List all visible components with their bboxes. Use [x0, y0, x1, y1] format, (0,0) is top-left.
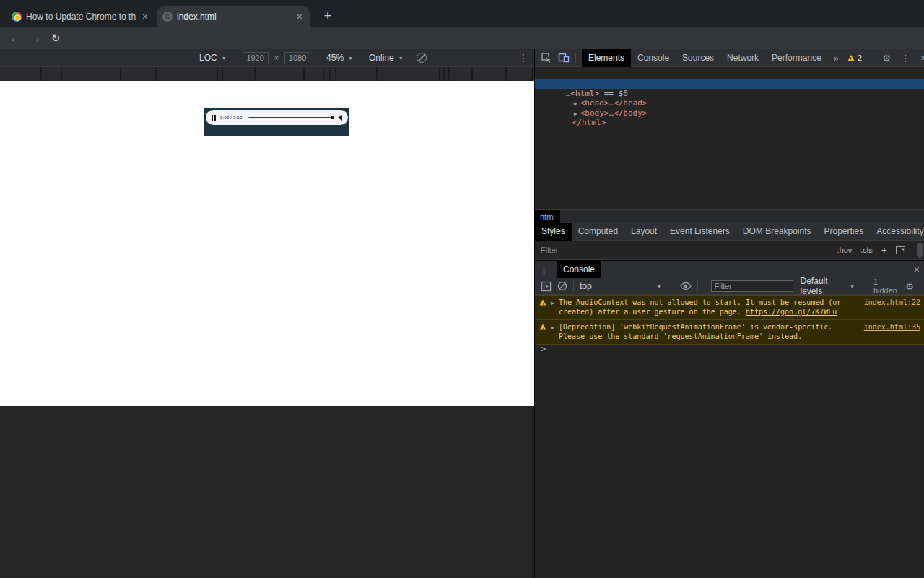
new-style-rule-button[interactable]: +: [881, 244, 887, 256]
tab-elements[interactable]: Elements: [582, 49, 631, 67]
toggle-class-button[interactable]: .cls: [860, 246, 873, 254]
tab-title: How to Update Chrome to the l: [26, 12, 136, 22]
toolbar-divider: [575, 53, 576, 63]
dom-node-doctype[interactable]: <!DOCTYPE html>: [535, 69, 924, 79]
tab-dom-breakpoints[interactable]: DOM Breakpoints: [736, 223, 818, 241]
audio-progress-track[interactable]: [248, 117, 332, 118]
device-toolbar-menu-icon[interactable]: ⋮: [518, 52, 528, 64]
tab-layout[interactable]: Layout: [624, 223, 663, 241]
dom-node-head[interactable]: ▶<head>…</head>: [535, 89, 924, 99]
device-type-select[interactable]: LOC: [199, 53, 217, 63]
source-location-link[interactable]: index.html:22: [864, 298, 920, 307]
back-button[interactable]: ←: [7, 30, 23, 46]
console-messages: ! ▶ The AudioContext was not allowed to …: [535, 295, 924, 345]
tab-close-icon[interactable]: ×: [295, 12, 304, 22]
outside-viewport-area: [0, 406, 534, 578]
reload-button[interactable]: ↻: [48, 30, 64, 46]
ruler-tick: [471, 67, 473, 81]
device-toolbar-toggle-icon[interactable]: [558, 52, 570, 64]
ruler-tick: [323, 67, 324, 81]
tab-performance[interactable]: Performance: [765, 49, 828, 67]
warning-message-text: The AudioContext was not allowed to star…: [559, 298, 856, 316]
ruler-tick: [531, 67, 533, 81]
ruler-tick: [335, 67, 336, 81]
ruler-tick: [439, 67, 440, 81]
drawer-tab-console[interactable]: Console: [557, 261, 601, 279]
drawer-close-icon[interactable]: ×: [909, 264, 924, 275]
devtools-menu-icon[interactable]: ⋮: [896, 53, 915, 64]
ruler-tick: [376, 67, 378, 81]
toolbar-divider: [697, 281, 698, 291]
source-location-link[interactable]: index.html:35: [864, 322, 920, 332]
toggle-hover-state-button[interactable]: :hov: [837, 246, 853, 254]
rotate-viewport-icon: [417, 53, 427, 63]
tab-styles[interactable]: Styles: [535, 223, 572, 241]
console-prompt[interactable]: >: [535, 340, 552, 358]
console-warning-audiocontext[interactable]: ! ▶ The AudioContext was not allowed to …: [535, 295, 924, 320]
volume-icon[interactable]: [338, 115, 342, 121]
dom-node-body[interactable]: ▶<body>…</body>: [535, 98, 924, 108]
ruler-tick: [40, 67, 42, 81]
drawer-menu-icon[interactable]: ⋮: [535, 264, 554, 275]
console-warning-deprecation[interactable]: ! ▶ [Deprecation] 'webkitRequestAnimatio…: [535, 320, 924, 345]
devtools-close-icon[interactable]: ×: [915, 52, 924, 64]
console-settings-gear-icon[interactable]: ⚙: [900, 281, 919, 292]
forward-button[interactable]: →: [27, 30, 43, 46]
tab-properties[interactable]: Properties: [818, 223, 871, 241]
styles-sidebar-tabs: Styles Computed Layout Event Listeners D…: [535, 223, 924, 241]
warning-triangle-icon: !: [540, 324, 546, 329]
clear-console-icon[interactable]: [557, 281, 567, 291]
tab-computed[interactable]: Computed: [572, 223, 624, 241]
live-expression-eye-icon[interactable]: [680, 282, 692, 290]
console-filter-input[interactable]: [711, 280, 793, 292]
dimensions-multiply-icon: ×: [274, 53, 279, 62]
browser-tab-how-to-update-chrome[interactable]: How to Update Chrome to the l ×: [6, 6, 155, 27]
warnings-badge[interactable]: ! 2: [845, 53, 865, 62]
tab-sources[interactable]: Sources: [676, 49, 720, 67]
styles-scrollbar-thumb[interactable]: [917, 243, 923, 258]
dom-node-html-selected[interactable]: …<html> == $0: [535, 79, 924, 89]
viewport-width-input[interactable]: [243, 52, 269, 64]
console-drawer-header: ⋮ Console ×: [535, 261, 924, 279]
zoom-level-select[interactable]: 45%: [326, 53, 344, 63]
toolbar-divider: [573, 281, 574, 291]
browser-toolbar: ← → ↻ ⓘ Файл /Users/arjunsinha/Documents…: [0, 27, 924, 49]
execution-context-select[interactable]: top ▼: [580, 281, 662, 291]
computed-panel-toggle-icon[interactable]: [896, 246, 905, 254]
expand-arrow-icon[interactable]: ▶: [551, 323, 557, 332]
ruler-tick: [329, 67, 331, 81]
tab-event-listeners[interactable]: Event Listeners: [663, 223, 736, 241]
console-sidebar-toggle-icon[interactable]: [541, 281, 552, 292]
ruler-tick: [443, 67, 445, 81]
viewport-height-input[interactable]: [284, 52, 310, 64]
warning-message-text: [Deprecation] 'webkitRequestAnimationFra…: [559, 322, 856, 341]
settings-gear-icon[interactable]: ⚙: [877, 53, 896, 64]
inspect-element-icon[interactable]: [541, 52, 552, 64]
more-tabs-icon[interactable]: »: [828, 53, 845, 64]
prompt-chevron-icon: >: [541, 344, 546, 354]
styles-filter-bar: :hov .cls +: [535, 241, 924, 260]
tab-console[interactable]: Console: [631, 49, 676, 67]
ruler-tick: [120, 67, 121, 81]
browser-tab-index-html[interactable]: index.html ×: [157, 6, 310, 27]
chevron-down-icon: ▼: [222, 56, 227, 61]
styles-filter-input[interactable]: [541, 246, 699, 254]
tab-accessibility[interactable]: Accessibility: [870, 223, 924, 241]
warning-help-link[interactable]: https://goo.gl/7K7WLu: [746, 308, 837, 316]
new-tab-button[interactable]: +: [319, 8, 336, 25]
log-levels-select[interactable]: Default levels ▼: [801, 276, 855, 296]
warning-triangle-icon: !: [540, 299, 546, 305]
ruler-tick: [61, 67, 62, 81]
dom-node-html-close[interactable]: </html>: [535, 108, 924, 118]
ruler-tick: [222, 67, 223, 81]
tab-close-icon[interactable]: ×: [141, 12, 149, 22]
audio-player[interactable]: 0:00 / 3:12: [206, 110, 348, 125]
ruler-tick: [505, 67, 507, 81]
devtools-toolbar: Elements Console Sources Network Perform…: [535, 49, 924, 67]
page-viewport: 0:00 / 3:12: [0, 81, 534, 406]
tab-network[interactable]: Network: [720, 49, 765, 67]
expand-arrow-icon[interactable]: ▶: [551, 298, 557, 308]
pause-icon[interactable]: [212, 115, 216, 121]
throttling-select[interactable]: Online: [369, 53, 394, 63]
devtools-panel: Elements Console Sources Network Perform…: [534, 49, 924, 578]
